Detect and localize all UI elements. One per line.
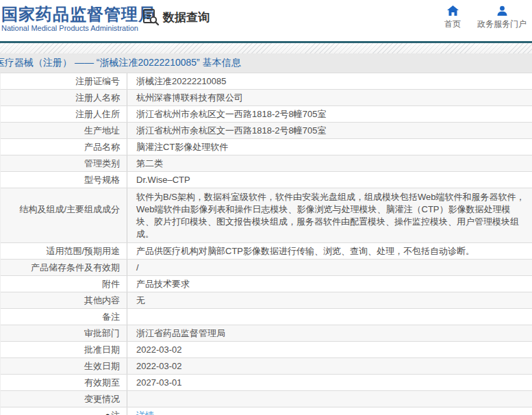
nav-portal-label: 政务服务门户 — [477, 18, 527, 30]
table-row-reg-number: 注册证编号 浙械注准20222210085 — [1, 73, 532, 90]
note-dot-icon: ● — [105, 410, 110, 415]
table-row-remarks: 备注 — [1, 309, 532, 325]
row-label: ●注 — [1, 407, 127, 415]
nav-home-label: 首页 — [444, 18, 461, 30]
table-row-note: ●注 详情 — [1, 407, 532, 415]
table-row-structure-composition: 结构及组成/主要组成成分 软件为B/S架构，数据科室级软件，软件由安装光盘组成，… — [1, 188, 532, 243]
table-row-management-class: 管理类别 第二类 — [1, 155, 532, 172]
row-label: 批准日期 — [1, 342, 127, 357]
row-label: 注册人名称 — [1, 90, 127, 105]
row-value: 无 — [127, 292, 532, 308]
row-value — [127, 309, 532, 325]
row-value: 2027-03-01 — [127, 375, 532, 390]
table-row-expiry-date: 有效期至 2027-03-01 — [1, 375, 532, 391]
row-value: 浙江省药品监督管理局 — [127, 325, 532, 341]
nmpa-logo[interactable]: 国家药品监督管理局 National Medical Products Admi… — [1, 5, 155, 33]
note-label: 注 — [111, 410, 120, 415]
row-label: 适用范围/预期用途 — [1, 243, 127, 259]
row-value — [127, 391, 532, 407]
data-query-icon — [142, 8, 160, 26]
row-value: 浙械注准20222210085 — [127, 73, 532, 89]
row-label: 生效日期 — [1, 358, 127, 374]
table-row-other-content: 其他内容 无 — [1, 292, 532, 309]
row-label: 管理类别 — [1, 155, 127, 171]
table-row-intended-use: 适用范围/预期用途 产品供医疗机构对脑部CTP影像数据进行传输、浏览、查询、处理… — [1, 243, 532, 260]
row-label: 结构及组成/主要组成成分 — [1, 188, 127, 242]
logo-subtitle: National Medical Products Administration — [1, 23, 155, 33]
row-value: Dr.Wise–CTP — [127, 172, 532, 188]
row-label: 变更情况 — [1, 391, 127, 407]
row-value: 详情 — [127, 407, 532, 415]
row-label: 型号规格 — [1, 172, 127, 188]
row-value: 2022-03-02 — [127, 342, 532, 357]
row-label: 有效期至 — [1, 375, 127, 390]
row-label: 注册人住所 — [1, 106, 127, 122]
user-icon — [496, 5, 508, 16]
nav-portal[interactable]: 政务服务门户 — [477, 5, 527, 30]
table-row-model-spec: 型号规格 Dr.Wise–CTP — [1, 172, 532, 188]
row-label: 其他内容 — [1, 292, 127, 308]
row-value: 浙江省杭州市余杭区文一西路1818-2号8幢705室 — [127, 123, 532, 138]
table-row-change-status: 变更情况 — [1, 391, 532, 407]
page-title-bar: 医疗器械（注册） —— “浙械注准20222210085” 基本信息 — [0, 53, 532, 73]
hatch-band — [0, 43, 532, 53]
page-header: 国家药品监督管理局 National Medical Products Admi… — [0, 0, 532, 41]
row-value: / — [127, 260, 532, 275]
table-row-registrant-name: 注册人名称 杭州深睿博联科技有限公司 — [1, 90, 532, 106]
row-label: 产品名称 — [1, 139, 127, 155]
row-label: 生产地址 — [1, 123, 127, 138]
registration-info-table: 注册证编号 浙械注准20222210085 注册人名称 杭州深睿博联科技有限公司… — [0, 73, 532, 415]
row-value: 2022-03-02 — [127, 358, 532, 374]
row-value: 脑灌注CT影像处理软件 — [127, 139, 532, 155]
table-row-approval-date: 批准日期 2022-03-02 — [1, 342, 532, 358]
row-label: 备注 — [1, 309, 127, 325]
table-row-effective-date: 生效日期 2022-03-02 — [1, 358, 532, 375]
table-row-product-name: 产品名称 脑灌注CT影像处理软件 — [1, 139, 532, 155]
nav-home[interactable]: 首页 — [439, 5, 466, 30]
row-label: 注册证编号 — [1, 73, 127, 89]
row-label: 附件 — [1, 276, 127, 292]
table-row-attachment: 附件 产品技术要求 — [1, 276, 532, 292]
data-query-label: 数据查询 — [163, 10, 210, 25]
row-value: 软件为B/S架构，数据科室级软件，软件由安装光盘组成，组成模块包括Web端软件和… — [127, 188, 532, 242]
details-link[interactable]: 详情 — [136, 410, 154, 415]
table-row-approval-department: 审批部门 浙江省药品监督管理局 — [1, 325, 532, 342]
row-value: 产品技术要求 — [127, 276, 532, 292]
table-row-storage-conditions: 产品储存条件及有效期 / — [1, 260, 532, 276]
table-row-registrant-address: 注册人住所 浙江省杭州市余杭区文一西路1818-2号8幢705室 — [1, 106, 532, 123]
row-value: 浙江省杭州市余杭区文一西路1818-2号8幢705室 — [127, 106, 532, 122]
row-label: 审批部门 — [1, 325, 127, 341]
table-row-production-address: 生产地址 浙江省杭州市余杭区文一西路1818-2号8幢705室 — [1, 123, 532, 139]
home-icon — [447, 5, 459, 16]
row-value: 杭州深睿博联科技有限公司 — [127, 90, 532, 105]
data-query-section[interactable]: 数据查询 — [142, 8, 210, 26]
logo-title: 国家药品监督管理局 — [1, 5, 155, 23]
row-label: 产品储存条件及有效期 — [1, 260, 127, 275]
row-value: 产品供医疗机构对脑部CTP影像数据进行传输、浏览、查询、处理，不包括自动诊断。 — [127, 243, 532, 259]
page-title: 医疗器械（注册） —— “浙械注准20222210085” 基本信息 — [0, 57, 241, 69]
row-value: 第二类 — [127, 155, 532, 171]
